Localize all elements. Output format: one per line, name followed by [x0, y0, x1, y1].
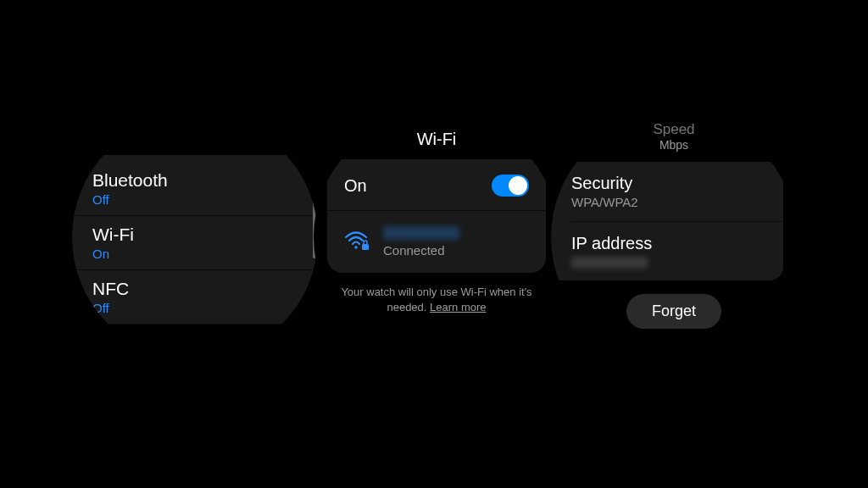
connection-title: Wi-Fi [92, 225, 298, 245]
connection-title: NFC [92, 279, 298, 299]
connection-item-nfc[interactable]: NFC Off [72, 270, 318, 324]
wifi-signal-lock-icon [344, 230, 370, 254]
connection-item-wifi[interactable]: Wi-Fi On [72, 216, 318, 270]
wifi-toggle[interactable] [492, 175, 529, 197]
wifi-network-info: Connected [383, 226, 529, 258]
wifi-on-label: On [344, 176, 367, 196]
ip-address-label: IP address [571, 234, 766, 253]
svg-rect-1 [362, 244, 369, 250]
wifi-header-title: Wi-Fi [314, 114, 559, 159]
speed-value-partial: Mbps [551, 138, 797, 152]
wifi-connected-label: Connected [383, 243, 529, 258]
speed-label-partial: Speed [551, 121, 797, 138]
svg-point-0 [354, 246, 358, 249]
security-label: Security [571, 174, 766, 193]
security-value: WPA/WPA2 [571, 195, 766, 209]
security-row[interactable]: Security WPA/WPA2 [571, 162, 783, 221]
watch-wifi: Wi-Fi On Connected [314, 114, 559, 360]
connection-status: Off [92, 192, 298, 207]
network-speed-row: Speed Mbps [551, 114, 797, 152]
connection-status: Off [92, 301, 298, 315]
connection-title: Bluetooth [92, 170, 298, 191]
toggle-knob [509, 176, 527, 195]
connection-status: On [92, 247, 298, 261]
wifi-learn-more-link[interactable]: Learn more [430, 301, 486, 313]
forget-button[interactable]: Forget [626, 294, 721, 329]
ip-address-redacted [571, 257, 648, 269]
wifi-card: On Connected [327, 159, 546, 273]
wifi-network-row[interactable]: Connected [327, 211, 546, 273]
watch-network-detail: Speed Mbps Security WPA/WPA2 IP address … [551, 114, 797, 360]
connections-list: Bluetooth Off Wi-Fi On NFC Off [72, 114, 318, 324]
wifi-toggle-row[interactable]: On [327, 159, 546, 211]
network-info-card: Security WPA/WPA2 IP address [551, 162, 783, 280]
wifi-footer-text: Your watch will only use Wi-Fi when it's… [314, 273, 559, 315]
wifi-ssid-redacted [383, 226, 459, 240]
connection-item-bluetooth[interactable]: Bluetooth Off [72, 155, 318, 216]
ip-address-row[interactable]: IP address [571, 221, 783, 280]
watch-connections: Bluetooth Off Wi-Fi On NFC Off [72, 114, 318, 360]
